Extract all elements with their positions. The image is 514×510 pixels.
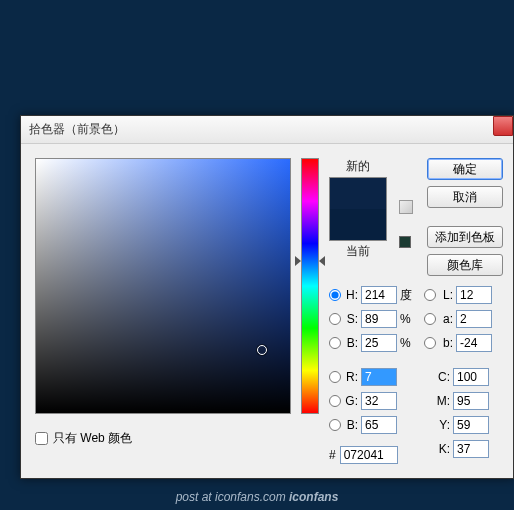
g-input[interactable]	[361, 392, 397, 410]
b-row: B:	[329, 416, 414, 434]
footer-text: post at iconfans.com iconfans	[0, 490, 514, 504]
k-label: K:	[424, 442, 450, 456]
web-only-label: 只有 Web 颜色	[53, 430, 132, 447]
m-row: M:	[424, 392, 492, 410]
web-safe-swatch-icon[interactable]	[399, 236, 411, 248]
ok-button[interactable]: 确定	[427, 158, 503, 180]
a-input[interactable]	[456, 310, 492, 328]
h-row: H: 度	[329, 286, 414, 304]
hue-arrow-right-icon	[319, 256, 325, 266]
m-label: M:	[424, 394, 450, 408]
l-row: L:	[424, 286, 492, 304]
a-row: a:	[424, 310, 492, 328]
g-label: G:	[344, 394, 358, 408]
lb-radio[interactable]	[424, 337, 436, 349]
k-row: K:	[424, 440, 492, 458]
r-row: R:	[329, 368, 414, 386]
new-color-label: 新的	[346, 158, 370, 175]
hue-arrow-left-icon	[295, 256, 301, 266]
g-row: G:	[329, 392, 414, 410]
hex-prefix: #	[329, 448, 336, 462]
titlebar[interactable]: 拾色器（前景色）	[21, 116, 513, 144]
c-label: C:	[424, 370, 450, 384]
b-label: B:	[344, 418, 358, 432]
bb-radio[interactable]	[329, 337, 341, 349]
b-input[interactable]	[361, 416, 397, 434]
h-label: H:	[344, 288, 358, 302]
bb-row: B: %	[329, 334, 414, 352]
y-input[interactable]	[453, 416, 489, 434]
l-input[interactable]	[456, 286, 492, 304]
s-unit: %	[400, 312, 414, 326]
s-row: S: %	[329, 310, 414, 328]
hex-input[interactable]	[340, 446, 398, 464]
current-color-swatch[interactable]	[330, 209, 386, 240]
h-radio[interactable]	[329, 289, 341, 301]
web-only-checkbox[interactable]: 只有 Web 颜色	[35, 430, 291, 447]
current-color-label: 当前	[346, 243, 370, 260]
a-label: a:	[439, 312, 453, 326]
r-label: R:	[344, 370, 358, 384]
r-radio[interactable]	[329, 371, 341, 383]
s-label: S:	[344, 312, 358, 326]
b-radio[interactable]	[329, 419, 341, 431]
bb-input[interactable]	[361, 334, 397, 352]
add-swatch-button[interactable]: 添加到色板	[427, 226, 503, 248]
l-radio[interactable]	[424, 289, 436, 301]
s-input[interactable]	[361, 310, 397, 328]
sv-cursor-icon	[257, 345, 267, 355]
gamut-warning-icon[interactable]	[399, 200, 413, 214]
h-input[interactable]	[361, 286, 397, 304]
dialog-title: 拾色器（前景色）	[29, 121, 125, 138]
close-icon[interactable]	[493, 116, 513, 136]
color-library-button[interactable]: 颜色库	[427, 254, 503, 276]
l-label: L:	[439, 288, 453, 302]
lb-row: b:	[424, 334, 492, 352]
new-color-swatch[interactable]	[330, 178, 386, 209]
cancel-button[interactable]: 取消	[427, 186, 503, 208]
bb-label: B:	[344, 336, 358, 350]
y-label: Y:	[424, 418, 450, 432]
lb-label: b:	[439, 336, 453, 350]
web-only-input[interactable]	[35, 432, 48, 445]
m-input[interactable]	[453, 392, 489, 410]
a-radio[interactable]	[424, 313, 436, 325]
c-input[interactable]	[453, 368, 489, 386]
c-row: C:	[424, 368, 492, 386]
bb-unit: %	[400, 336, 414, 350]
g-radio[interactable]	[329, 395, 341, 407]
r-input[interactable]	[361, 368, 397, 386]
s-radio[interactable]	[329, 313, 341, 325]
lb-input[interactable]	[456, 334, 492, 352]
k-input[interactable]	[453, 440, 489, 458]
color-picker-dialog: 拾色器（前景色） 只有 Web 颜色 新的	[20, 115, 514, 479]
hex-row: #	[329, 446, 414, 464]
hue-slider[interactable]	[301, 158, 319, 414]
saturation-brightness-field[interactable]	[35, 158, 291, 414]
h-unit: 度	[400, 287, 414, 304]
y-row: Y:	[424, 416, 492, 434]
color-swatch[interactable]	[329, 177, 387, 241]
